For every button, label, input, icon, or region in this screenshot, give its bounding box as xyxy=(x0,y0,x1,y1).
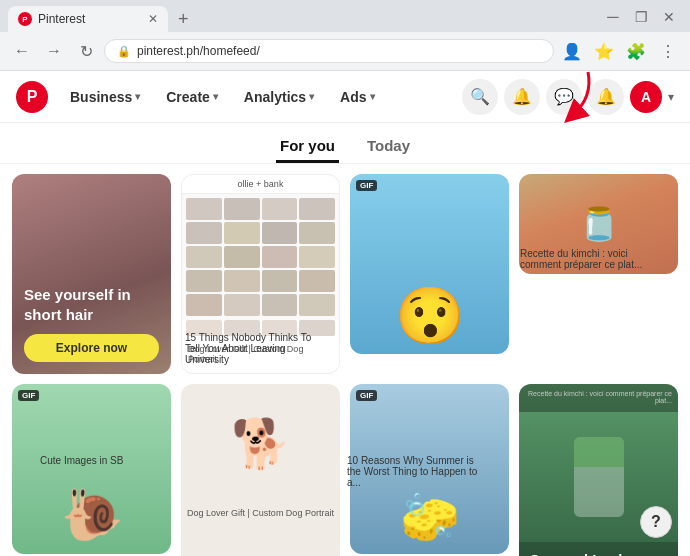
nav-dropdown-chevron-icon[interactable]: ▾ xyxy=(668,90,674,104)
search-button[interactable]: 🔍 xyxy=(462,79,498,115)
new-tab-button[interactable]: + xyxy=(172,9,195,30)
chevron-down-icon: ▾ xyxy=(309,91,314,102)
back-button[interactable]: ← xyxy=(8,37,36,65)
tab-favicon: P xyxy=(18,12,32,26)
window-maximize-button[interactable]: ❐ xyxy=(628,6,654,28)
window-minimize-button[interactable]: ─ xyxy=(600,6,626,28)
nav-item-business[interactable]: Business ▾ xyxy=(60,83,150,111)
nav-ads-label: Ads xyxy=(340,89,366,105)
browser-chrome: P Pinterest ✕ + ─ ❐ ✕ ← → ↻ 🔒 pinterest.… xyxy=(0,0,690,71)
pin-short-hair[interactable]: See yourself in short hair Explore now xyxy=(12,174,171,374)
chevron-down-icon: ▾ xyxy=(135,91,140,102)
lock-icon: 🔒 xyxy=(117,45,131,58)
gif-badge: GIF xyxy=(356,180,377,191)
chevron-down-icon: ▾ xyxy=(213,91,218,102)
forward-button[interactable]: → xyxy=(40,37,68,65)
nav-item-create[interactable]: Create ▾ xyxy=(156,83,228,111)
browser-tab[interactable]: P Pinterest ✕ xyxy=(8,6,168,32)
avatar[interactable]: A xyxy=(630,81,662,113)
pin-dog-portrait[interactable]: 🐕 Dog Lover Gift | Custom Dog Portrait xyxy=(181,384,340,556)
tab-close-icon[interactable]: ✕ xyxy=(148,12,158,26)
pin-matcha-title: Caramel Iced Matcha Latte xyxy=(529,550,668,556)
bookmark-button[interactable]: ⭐ xyxy=(590,37,618,65)
pinterest-nav: P Business ▾ Create ▾ Analytics ▾ Ads ▾ … xyxy=(0,71,690,123)
nav-item-analytics[interactable]: Analytics ▾ xyxy=(234,83,324,111)
menu-button[interactable]: ⋮ xyxy=(654,37,682,65)
tab-title: Pinterest xyxy=(38,12,85,26)
address-text: pinterest.ph/homefeed/ xyxy=(137,44,260,58)
gif-badge: GIF xyxy=(356,390,377,401)
messages-button[interactable]: 💬 xyxy=(546,79,582,115)
content-tabs: For you Today xyxy=(0,123,690,164)
pin-gary-snail[interactable]: GIF 🐌 xyxy=(12,384,171,554)
reload-button[interactable]: ↻ xyxy=(72,37,100,65)
window-close-button[interactable]: ✕ xyxy=(656,6,682,28)
notifications-button[interactable]: 🔔 xyxy=(504,79,540,115)
profile-button[interactable]: 👤 xyxy=(558,37,586,65)
kimchi-label: Recette du kimchi : voici comment prépar… xyxy=(520,248,665,270)
extensions-button[interactable]: 🧩 xyxy=(622,37,650,65)
pin-grid: See yourself in short hair Explore now o… xyxy=(0,164,690,556)
nav-create-label: Create xyxy=(166,89,210,105)
pin-dog-portrait-label: Dog Lover Gift | Custom Dog Portrait xyxy=(181,504,340,522)
nav-item-ads[interactable]: Ads ▾ xyxy=(330,83,384,111)
explore-now-button[interactable]: Explore now xyxy=(24,334,159,362)
address-bar[interactable]: 🔒 pinterest.ph/homefeed/ xyxy=(104,39,554,63)
chevron-down-icon: ▾ xyxy=(370,91,375,102)
notification-bell-button[interactable]: 🔔 xyxy=(588,79,624,115)
patrick-label: 15 Things Nobody Thinks To Tell You Abou… xyxy=(185,332,325,365)
cute-images-label: Cute Images in SB xyxy=(40,455,123,466)
pin-patrick[interactable]: GIF 😯 xyxy=(350,174,509,354)
gif-badge: GIF xyxy=(18,390,39,401)
nav-analytics-label: Analytics xyxy=(244,89,306,105)
tab-today[interactable]: Today xyxy=(363,131,414,163)
tab-for-you[interactable]: For you xyxy=(276,131,339,163)
nav-business-label: Business xyxy=(70,89,132,105)
pin-title: See yourself in short hair xyxy=(24,285,159,324)
help-button[interactable]: ? xyxy=(640,506,672,538)
spongebob-label: 10 Reasons Why Summer is the Worst Thing… xyxy=(347,455,487,488)
pinterest-logo[interactable]: P xyxy=(16,81,48,113)
